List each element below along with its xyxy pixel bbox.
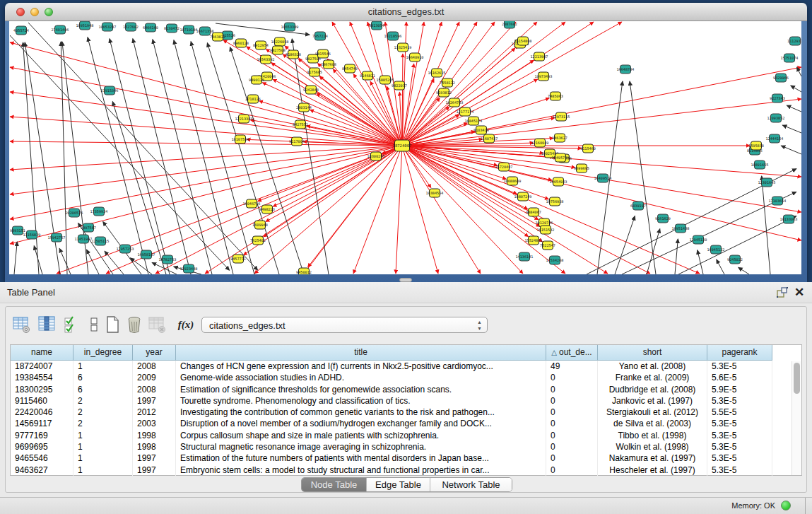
network-node[interactable]: 8186328 [286, 50, 301, 59]
network-node[interactable]: 19384554 [426, 189, 444, 197]
table-settings-icon[interactable] [13, 315, 31, 334]
cell-year[interactable]: 1997 [133, 465, 176, 476]
scrollbar-thumb[interactable] [794, 363, 800, 394]
network-node[interactable]: 7957224 [312, 32, 328, 40]
network-node[interactable]: 12213383 [235, 115, 253, 123]
network-node[interactable]: 1595838 [748, 141, 764, 150]
network-node[interactable]: 9245022 [727, 255, 743, 264]
network-node[interactable]: 10653287 [99, 23, 117, 31]
cell-title[interactable]: Estimation of significance thresholds fo… [176, 384, 546, 395]
cell-out_de[interactable]: 0 [546, 430, 598, 441]
cell-short[interactable]: de Silva et al. (2003) [598, 418, 707, 429]
cell-pagerank[interactable]: 5.3E-5 [707, 361, 772, 372]
network-node[interactable]: 9242848 [303, 86, 319, 94]
network-node[interactable]: 8813054 [369, 21, 384, 30]
network-node[interactable]: 17359924 [90, 207, 108, 216]
network-node[interactable]: 9890123 [249, 76, 264, 84]
network-node[interactable]: 11156829 [23, 230, 41, 239]
cell-year[interactable]: 1998 [133, 441, 176, 452]
table-row[interactable]: 1872400712008Changes of HCN gene express… [11, 361, 772, 372]
cell-short[interactable]: Jankovic et al. (1997) [598, 395, 707, 407]
cell-title[interactable]: Embryonic stem cells: a model to study s… [176, 465, 546, 476]
network-node[interactable]: 8454749 [342, 64, 358, 73]
network-node[interactable]: 18724007 [393, 140, 412, 151]
rows-icon[interactable] [86, 315, 104, 334]
cell-in_degree[interactable]: 1 [73, 441, 133, 452]
table-row[interactable]: 2242004622012Investigating the contribut… [11, 407, 772, 418]
network-node[interactable]: 16162615 [428, 69, 446, 77]
cell-out_de[interactable]: 0 [546, 465, 598, 476]
network-node[interactable]: 16409514 [594, 174, 612, 182]
network-node[interactable]: 7625402 [250, 236, 266, 245]
table-row[interactable]: 946554611997Estimation of the future num… [11, 452, 772, 464]
checkboxes-icon[interactable] [63, 315, 81, 334]
cell-year[interactable]: 1998 [133, 430, 176, 441]
cell-name[interactable]: 9465546 [11, 452, 73, 464]
network-node[interactable]: 9815546 [315, 49, 331, 58]
network-node[interactable]: 10719184 [180, 25, 198, 34]
cell-short[interactable]: Nakamura et al. (1997) [598, 452, 707, 464]
table-row[interactable]: 1830029562008Estimation of significance … [11, 384, 772, 395]
cell-short[interactable]: Dudbridge et al. (2008) [598, 384, 707, 395]
network-node[interactable]: 18951948 [76, 21, 94, 30]
column-header-out_de[interactable]: △out_de... [546, 345, 598, 361]
cell-year[interactable]: 2012 [133, 407, 176, 418]
cell-name[interactable]: 22420046 [11, 407, 73, 418]
network-node[interactable]: 21915346 [101, 86, 119, 95]
delete-table-icon[interactable] [148, 315, 167, 334]
cell-name[interactable]: 19384554 [11, 372, 73, 383]
cell-pagerank[interactable]: 5.6E-5 [707, 372, 772, 383]
network-node[interactable]: 9884067 [526, 208, 541, 216]
network-node[interactable]: 10891655 [751, 160, 769, 169]
network-node[interactable]: 18107554 [232, 135, 249, 144]
cell-short[interactable]: Tibbo et al. (1998) [598, 430, 707, 441]
cell-name[interactable]: 9699695 [11, 441, 73, 452]
network-node[interactable]: 9146821 [360, 71, 375, 80]
network-node[interactable]: 9193812 [436, 88, 452, 97]
tab-node-table[interactable]: Node Table [302, 478, 367, 492]
network-node[interactable]: 7522547 [540, 241, 555, 250]
cell-out_de[interactable]: 0 [546, 395, 598, 407]
network-graph-svg[interactable]: 4055724276914061895194810653287152760264… [9, 21, 801, 274]
network-node[interactable]: 17534268 [546, 256, 564, 264]
network-node[interactable]: 19756928 [546, 197, 564, 206]
network-node[interactable]: 1112937 [787, 37, 801, 45]
cell-year[interactable]: 2008 [133, 384, 176, 395]
cell-name[interactable]: 14569117 [11, 418, 73, 429]
network-node[interactable]: 12444154 [766, 134, 784, 143]
table-row[interactable]: 977716911998Corpus callosum shape and si… [11, 430, 772, 441]
network-node[interactable]: 9117004 [289, 137, 305, 146]
cell-in_degree[interactable]: 6 [73, 372, 133, 383]
cell-out_de[interactable]: 0 [546, 384, 598, 395]
network-node[interactable]: 2718126 [245, 95, 261, 103]
network-node[interactable]: 15751074 [781, 54, 799, 62]
network-node[interactable]: 12505115 [92, 237, 110, 245]
network-node[interactable]: 13325419 [394, 43, 412, 52]
table-row[interactable]: 969969511998Structural magnetic resonanc… [11, 441, 772, 452]
cell-pagerank[interactable]: 5.3E-5 [707, 452, 772, 464]
network-node[interactable]: 7558122 [440, 78, 455, 87]
network-node[interactable]: 9498223 [259, 205, 275, 214]
cell-in_degree[interactable]: 2 [73, 407, 133, 418]
column-header-in_degree[interactable]: in_degree [73, 345, 133, 361]
network-node[interactable]: 16543392 [257, 55, 275, 64]
network-node[interactable]: 12301645 [758, 178, 776, 187]
cell-in_degree[interactable]: 2 [73, 418, 133, 429]
cell-out_de[interactable]: 49 [546, 361, 598, 372]
cell-short[interactable]: Stergiakouli et al. (2012) [598, 407, 707, 418]
network-node[interactable]: 12973115 [553, 112, 570, 121]
network-node[interactable]: 12213987 [531, 52, 548, 61]
network-node[interactable]: 19654923 [550, 177, 567, 186]
cell-in_degree[interactable]: 1 [73, 361, 133, 372]
cell-pagerank[interactable]: 5.3E-5 [707, 418, 772, 429]
window-titlebar[interactable]: citations_edges.txt [5, 3, 807, 21]
table-row[interactable]: 1456911722003Disruption of a novel membe… [11, 418, 772, 429]
tab-network-table[interactable]: Network Table [430, 478, 512, 492]
cell-in_degree[interactable]: 6 [73, 384, 133, 395]
cell-in_degree[interactable]: 1 [73, 465, 133, 476]
network-node[interactable]: 7485063 [548, 92, 563, 100]
cell-short[interactable]: Hescheler et al. (1997) [598, 465, 707, 476]
network-node[interactable]: 16648784 [617, 65, 635, 74]
network-node[interactable]: 1527602 [123, 23, 139, 31]
network-node[interactable]: 12093852 [767, 114, 785, 122]
